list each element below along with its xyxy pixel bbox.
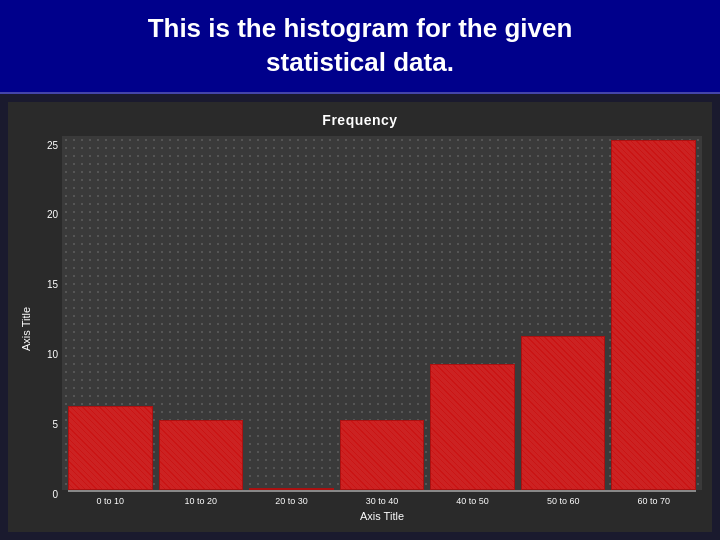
chart-container: Frequency Axis Title 0510152025 0 to 101… bbox=[8, 102, 712, 532]
y-ticks: 0510152025 bbox=[34, 136, 62, 522]
bar-group bbox=[611, 140, 696, 490]
histogram-bar bbox=[521, 336, 606, 490]
x-tick-label: 20 to 30 bbox=[249, 496, 334, 506]
page-title: This is the histogram for the given stat… bbox=[20, 12, 700, 80]
y-tick: 5 bbox=[34, 419, 62, 430]
y-axis-label: Axis Title bbox=[18, 136, 34, 522]
chart-body: Axis Title 0510152025 0 to 1010 to 2020 … bbox=[18, 136, 702, 522]
y-tick: 25 bbox=[34, 140, 62, 151]
plot-wrapper: 0 to 1010 to 2020 to 3030 to 4040 to 505… bbox=[62, 136, 702, 522]
histogram-bar bbox=[159, 420, 244, 490]
y-tick: 20 bbox=[34, 209, 62, 220]
bar-group bbox=[159, 140, 244, 490]
bar-group bbox=[68, 140, 153, 490]
chart-title: Frequency bbox=[18, 112, 702, 128]
x-tick-label: 10 to 20 bbox=[159, 496, 244, 506]
y-ticks-area: 0510152025 0 to 1010 to 2020 to 3030 to … bbox=[34, 136, 702, 522]
x-labels: 0 to 1010 to 2020 to 3030 to 4040 to 505… bbox=[62, 492, 702, 506]
x-axis-title: Axis Title bbox=[62, 510, 702, 522]
bar-group bbox=[430, 140, 515, 490]
histogram-bar bbox=[249, 488, 334, 490]
plot-area bbox=[62, 136, 702, 490]
x-tick-label: 50 to 60 bbox=[521, 496, 606, 506]
y-tick: 15 bbox=[34, 279, 62, 290]
bar-group bbox=[521, 140, 606, 490]
bar-group bbox=[249, 140, 334, 490]
histogram-bar bbox=[611, 140, 696, 490]
x-tick-label: 60 to 70 bbox=[611, 496, 696, 506]
x-tick-label: 30 to 40 bbox=[340, 496, 425, 506]
x-tick-label: 40 to 50 bbox=[430, 496, 515, 506]
y-tick: 10 bbox=[34, 349, 62, 360]
histogram-bar bbox=[340, 420, 425, 490]
histogram-bar bbox=[68, 406, 153, 490]
histogram-bar bbox=[430, 364, 515, 490]
title-bar: This is the histogram for the given stat… bbox=[0, 0, 720, 94]
y-tick: 0 bbox=[34, 489, 62, 500]
bar-group bbox=[340, 140, 425, 490]
x-tick-label: 0 to 10 bbox=[68, 496, 153, 506]
